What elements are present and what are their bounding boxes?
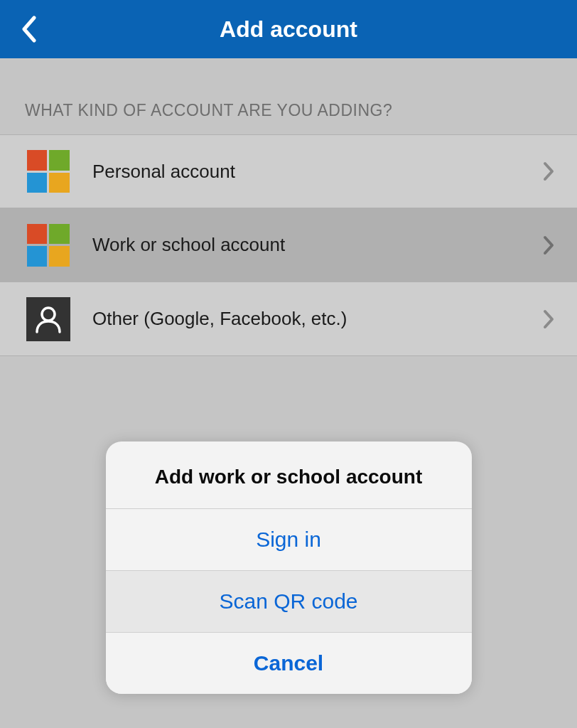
action-sheet: Add work or school account Sign in Scan … <box>106 441 472 694</box>
action-sheet-overlay: Add work or school account Sign in Scan … <box>0 0 577 728</box>
sign-in-button[interactable]: Sign in <box>106 508 472 570</box>
sheet-title: Add work or school account <box>106 441 472 508</box>
cancel-button[interactable]: Cancel <box>106 632 472 694</box>
scan-qr-code-button[interactable]: Scan QR code <box>106 570 472 632</box>
